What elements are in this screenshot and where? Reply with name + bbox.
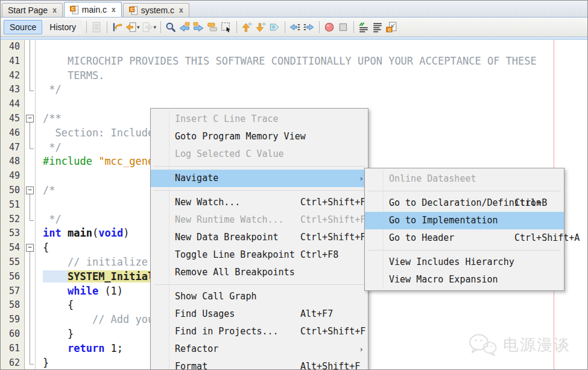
line-number[interactable]: 50 xyxy=(1,183,25,198)
toggle-highlight-icon[interactable] xyxy=(206,20,220,34)
line-number[interactable]: 46 xyxy=(1,126,25,141)
menu-item-go-to-implementation[interactable]: Go to Implementation xyxy=(365,212,564,229)
line-number[interactable]: 56 xyxy=(1,270,25,284)
editor-toolbar: Source History ▾▾C xyxy=(1,18,587,37)
menu-item-toggle-line-breakpoint[interactable]: Toggle Line BreakpointCtrl+F8 xyxy=(151,246,368,264)
collapse-icon[interactable]: − xyxy=(26,244,34,252)
close-tab-icon[interactable]: x xyxy=(179,6,183,14)
menu-item-goto-program-memory-view[interactable]: Goto Program Memory View xyxy=(151,128,368,145)
previous-bookmark-icon[interactable] xyxy=(240,20,254,34)
code-line-40: 40 xyxy=(1,40,587,54)
submenu-arrow-icon: › xyxy=(359,171,364,186)
code-line-41: 41 MICROCHIP PROVIDES THIS SOFTWARE COND… xyxy=(1,54,587,69)
find-previous-icon[interactable] xyxy=(178,20,192,34)
menu-item-new-data-breakpoint[interactable]: New Data BreakpointCtrl+Shift+F11 xyxy=(151,229,368,246)
line-number[interactable]: 43 xyxy=(1,83,25,97)
menu-item-shortcut: Ctrl+Shift+F9 xyxy=(300,196,371,210)
line-number[interactable]: 60 xyxy=(1,327,25,342)
code-text[interactable] xyxy=(36,40,587,54)
line-number[interactable]: 40 xyxy=(1,40,25,54)
stop-macro-icon[interactable] xyxy=(337,20,350,34)
line-number[interactable]: 62 xyxy=(1,356,25,370)
menu-item-label: Find Usages xyxy=(175,307,235,322)
comment-icon[interactable] xyxy=(357,20,371,34)
menu-item-find-usages[interactable]: Find UsagesAlt+F7 xyxy=(151,305,368,323)
menu-item-go-to-declaration-definition[interactable]: Go to Declaration/DefinitionCtrl+B xyxy=(365,194,564,212)
tab-start-page[interactable]: Start Pagex xyxy=(2,3,63,17)
line-number[interactable]: 41 xyxy=(1,54,25,69)
line-number[interactable]: 58 xyxy=(1,298,25,313)
menu-item-label: View Macro Expansion xyxy=(389,273,498,287)
source-view-button[interactable]: Source xyxy=(4,20,42,34)
line-number[interactable]: 59 xyxy=(1,313,25,327)
rectangular-selection-icon[interactable] xyxy=(220,20,233,34)
fold-toggle[interactable]: − xyxy=(25,241,36,255)
line-number[interactable]: 45 xyxy=(1,112,25,126)
code-segment: */ xyxy=(43,141,62,153)
line-number[interactable]: 53 xyxy=(1,226,25,241)
code-segment xyxy=(92,155,98,167)
menu-item-go-to-header[interactable]: Go to HeaderCtrl+Shift+A xyxy=(365,229,564,247)
toggle-bookmark-icon[interactable] xyxy=(268,20,282,34)
shift-right-icon[interactable] xyxy=(302,20,316,34)
line-number[interactable]: 42 xyxy=(1,69,25,83)
line-number[interactable]: 52 xyxy=(1,212,25,227)
code-segment xyxy=(43,313,92,325)
menu-item-remove-all-breakpoints[interactable]: Remove All Breakpoints xyxy=(151,264,368,281)
menu-item-new-watch[interactable]: New Watch...Ctrl+Shift+F9 xyxy=(151,194,368,211)
code-text[interactable]: TERMS. xyxy=(36,69,587,83)
line-number[interactable]: 51 xyxy=(1,198,25,212)
code-text[interactable]: MICROCHIP PROVIDES THIS SOFTWARE CONDITI… xyxy=(36,54,587,69)
code-editor[interactable]: 4041 MICROCHIP PROVIDES THIS SOFTWARE CO… xyxy=(1,40,587,370)
tab-main-c[interactable]: Cmain.cx xyxy=(64,2,122,17)
line-number[interactable]: 54 xyxy=(1,241,25,255)
menu-separator xyxy=(154,284,365,285)
menu-item-label: Format xyxy=(175,360,207,370)
line-number[interactable]: 49 xyxy=(1,169,25,183)
forward-icon xyxy=(141,20,154,34)
menu-item-navigate[interactable]: Navigate› xyxy=(151,170,368,187)
shift-left-icon[interactable] xyxy=(288,20,302,34)
macro-expansion-icon[interactable]: C xyxy=(385,20,399,34)
back-icon[interactable] xyxy=(124,20,138,34)
tab-system-c[interactable]: Csystem.cx xyxy=(123,3,189,17)
dropdown-arrow-icon[interactable]: ▾ xyxy=(137,24,140,30)
code-segment xyxy=(43,256,68,268)
next-bookmark-icon[interactable] xyxy=(254,20,268,34)
close-tab-icon[interactable]: x xyxy=(52,6,57,14)
code-segment: /** xyxy=(43,112,62,124)
find-selection-icon[interactable] xyxy=(164,20,178,34)
menu-item-view-macro-expansion[interactable]: View Macro Expansion xyxy=(365,271,564,289)
find-next-icon[interactable] xyxy=(192,20,206,34)
menu-item-refactor[interactable]: Refactor› xyxy=(151,340,368,358)
history-view-button[interactable]: History xyxy=(43,20,82,34)
menu-item-label: Goto Program Memory View xyxy=(175,130,306,144)
record-macro-icon[interactable] xyxy=(323,20,337,34)
fold-margin xyxy=(25,40,36,54)
code-text[interactable]: */ xyxy=(36,83,587,97)
line-number[interactable]: 48 xyxy=(1,155,25,169)
menu-item-find-in-projects[interactable]: Find in Projects...Ctrl+Shift+F xyxy=(151,323,368,340)
line-number[interactable]: 61 xyxy=(1,342,25,356)
fold-margin xyxy=(25,198,36,212)
last-edit-icon[interactable] xyxy=(110,20,124,34)
uncomment-icon[interactable] xyxy=(371,20,385,34)
collapse-icon[interactable]: − xyxy=(26,115,34,123)
fold-toggle[interactable]: − xyxy=(25,112,36,126)
line-number[interactable]: 47 xyxy=(1,141,25,155)
line-number[interactable]: 55 xyxy=(1,255,25,270)
line-number[interactable]: 44 xyxy=(1,97,25,112)
collapse-icon[interactable]: − xyxy=(26,187,34,194)
line-number[interactable]: 57 xyxy=(1,284,25,299)
menu-item-label: Navigate xyxy=(175,171,218,186)
close-tab-icon[interactable]: x xyxy=(112,5,116,14)
menu-item-show-call-graph[interactable]: Show Call Graph xyxy=(151,288,368,305)
code-segment: return xyxy=(68,342,104,354)
fold-toggle[interactable]: − xyxy=(25,183,36,198)
menu-item-format[interactable]: FormatAlt+Shift+F xyxy=(151,358,368,370)
toolbar-separator xyxy=(319,21,320,33)
menu-separator xyxy=(154,166,365,167)
menu-item-view-includes-hierarchy[interactable]: View Includes Hierarchy xyxy=(365,254,564,271)
code-segment: } xyxy=(43,328,74,340)
ide-window: Start PagexCmain.cxCsystem.cx Source His… xyxy=(0,0,588,370)
